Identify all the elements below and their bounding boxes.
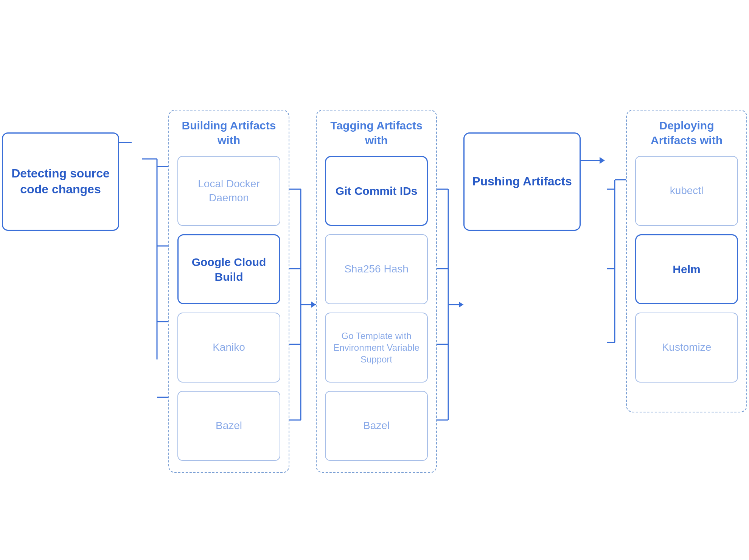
bracket-left bbox=[142, 87, 168, 428]
tagging-item-1: Sha256 Hash bbox=[325, 234, 428, 304]
pushing-section: Pushing Artifacts bbox=[463, 87, 581, 231]
deploying-item-0: kubectl bbox=[635, 156, 738, 226]
building-item-3: Bazel bbox=[177, 391, 280, 461]
connector-pushing-deploying bbox=[581, 87, 607, 164]
building-section: Building Artifacts with Local Docker Dae… bbox=[142, 87, 316, 473]
detect-label: Detecting source code changes bbox=[3, 158, 118, 205]
deploying-title: Deploying Artifacts with bbox=[635, 118, 738, 148]
tagging-item-0: Git Commit IDs bbox=[325, 156, 428, 226]
building-item-1: Google Cloud Build bbox=[177, 234, 280, 304]
building-item-0: Local Docker Daemon bbox=[177, 156, 280, 226]
detect-box: Detecting source code changes bbox=[2, 132, 119, 231]
tagging-item-2: Go Template with Environment Variable Su… bbox=[325, 313, 428, 383]
svg-marker-12 bbox=[311, 302, 316, 308]
deploying-item-1: Helm bbox=[635, 234, 738, 304]
tagging-container: Tagging Artifacts with Git Commit IDs Sh… bbox=[316, 110, 437, 473]
pushing-box: Pushing Artifacts bbox=[463, 132, 581, 231]
building-container: Building Artifacts with Local Docker Dae… bbox=[168, 110, 289, 473]
svg-marker-19 bbox=[459, 302, 463, 308]
bracket-svg-right-building bbox=[289, 110, 316, 450]
tagging-section: Tagging Artifacts with Git Commit IDs Sh… bbox=[316, 87, 463, 473]
bracket-svg-left-deploying bbox=[607, 110, 626, 412]
tagging-item-3: Bazel bbox=[325, 391, 428, 461]
deploying-item-2: Kustomize bbox=[635, 313, 738, 383]
bracket-svg-right-tagging bbox=[437, 110, 463, 450]
building-title: Building Artifacts with bbox=[177, 118, 280, 148]
bracket-svg-left bbox=[142, 87, 168, 428]
deploying-container: Deploying Artifacts with kubectl Helm Ku… bbox=[626, 110, 747, 412]
diagram: Detecting source code changes bbox=[0, 57, 749, 503]
connector-detect-building bbox=[119, 87, 142, 143]
tagging-title: Tagging Artifacts with bbox=[325, 118, 428, 148]
building-item-2: Kaniko bbox=[177, 313, 280, 383]
pushing-label: Pushing Artifacts bbox=[465, 166, 580, 197]
deploying-section: Deploying Artifacts with kubectl Helm Ku… bbox=[607, 87, 747, 412]
